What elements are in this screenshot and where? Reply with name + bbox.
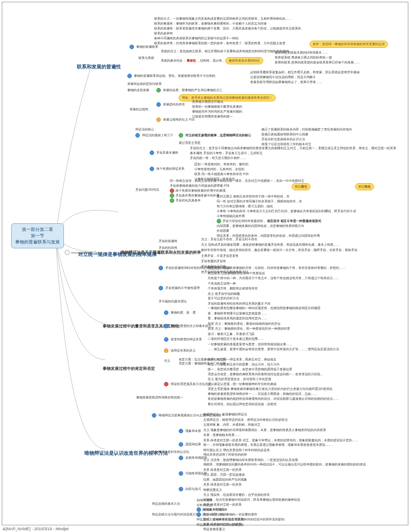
node-bzf-tedian[interactable]: 辩证法的规律上有三个	[135, 133, 173, 138]
fz-guocheng-details: 世界观方面因主印观点 世界的一切事物都是不断变化发展的 事物是在作为时间的生产发…	[192, 100, 242, 119]
node-fz-yundong[interactable]: 发展和运动的区别与联系	[127, 82, 162, 86]
marker-icon	[130, 45, 134, 49]
root-topic[interactable]: 第一部分第二章第一节事物的普遍联系与发展	[11, 223, 64, 248]
globe-icon	[65, 250, 70, 255]
callout-huzuoyong-2[interactable]: 相互转化	[355, 183, 374, 190]
node-maodun-pubian[interactable]: 矛盾的普遍性	[159, 239, 177, 243]
xitong-details: 整体性是系统最本质的特性和基本…… 世界是系统,考虑各方面之间的的有机一致 世界…	[275, 50, 360, 65]
node-bzf-dldy[interactable]: 对立的相互渗透的规律，这是唯物辩证法的核心	[179, 133, 251, 138]
marker-icon	[152, 413, 156, 418]
marker-icon	[150, 151, 154, 155]
callout-huzuoyong-1[interactable]: 相互吸引	[292, 183, 310, 190]
right-detail-block-6: 归纳和演绎分析和综合由抽象上升到具体逻辑与历史的统一 辩证思维方法与科学方法有可…	[197, 498, 340, 528]
marker-icon	[179, 133, 183, 138]
maodun-jiben-details: 矛盾的含义：是矛盾干同事物之内两者事物间部质道要素之的相限制互互对立，又相互统一…	[190, 146, 400, 161]
node-liangbian-guanxi[interactable]: 量变和质变的辩证关系	[164, 337, 202, 342]
node-bzf-core[interactable]: 辩证法的核心	[135, 127, 154, 131]
node-maodun-fazhan[interactable]: 矛盾发展的不平衡性原理	[159, 286, 200, 290]
node-fz-shizhi[interactable]: 发展的实质：新事物的产生和旧事物的灭亡	[156, 88, 222, 92]
node-liangbian-hanyi[interactable]: 量变和质变的含义和基本形式	[164, 324, 211, 328]
node-fz-guocheng[interactable]: 发展的过程性	[130, 107, 148, 111]
tongyi-details: 是对立面之 都相互依存而存存于统一体中有机续，在 同一性 使对立面的才体同属于的…	[217, 194, 404, 239]
marker-icon	[164, 382, 168, 386]
callout-zhengti[interactable]: 整体性是最本质的特征	[226, 57, 263, 64]
branch-1-title[interactable]: 联系和发展的普遍性	[75, 63, 123, 71]
marker-icon	[127, 74, 132, 78]
node-fz-quxiang[interactable]: 发展趋向的存在	[156, 102, 185, 107]
node-bzf-xiandai[interactable]: 辩证思维方法与现代科技思维方法	[152, 512, 199, 516]
node-yuanyin[interactable]: 原因和结果	[179, 442, 201, 447]
right-detail-block-3: 一事物的质有指着该事物的一种内在规定性，也就说明是事物的根据和区分得诸因 量，事…	[208, 306, 400, 352]
marker-icon	[135, 133, 140, 138]
marker-icon	[179, 487, 183, 491]
marker-icon	[179, 442, 183, 447]
marker-icon	[197, 507, 201, 512]
marker-icon	[156, 88, 161, 92]
node-wwbzf-renshi[interactable]: 唯物辩证法是科学的认识论	[152, 450, 189, 454]
mindmap-canvas: 第一部分第二章第一节事物的普遍联系与发展 www.techfans.net 联系…	[2, 2, 408, 525]
node-maodun-tebie[interactable]: 矛盾的特殊性	[159, 246, 177, 250]
marker-icon	[179, 471, 183, 476]
marker-icon	[159, 266, 163, 270]
node-bzf-foufou[interactable]: 通过否定之否定	[179, 141, 201, 145]
callout-conditions[interactable]: 条件：是指同一事物的存在和发展的有关要素的总和	[310, 41, 388, 48]
node-xianxiang[interactable]: 现象和本质	[179, 429, 201, 433]
marker-icon	[164, 310, 168, 315]
right-detail-block-2: 相互关系；普遍性是事物的共性，论而的，特殊性是事物的个性，有自在是相对有着的，所…	[208, 266, 400, 306]
node-kending[interactable]: 含义	[164, 359, 170, 363]
node-liangbian-renshi[interactable]: 该辩证关系的意义	[164, 348, 196, 353]
node-lianxi-yundong[interactable]: 事物的普遍联系和运动、变化、发展是密切联系不可分割的	[127, 74, 243, 78]
node-bzf-jiben[interactable]: 辩证思维的基本方法	[152, 502, 180, 506]
branch-2-subtitle[interactable]: 唯物辩证法是关于普遍联系和永恒发展的科学	[121, 250, 201, 256]
node-fz-guocheng-lun[interactable]: 事物发展是前进性和曲折性的统一	[136, 395, 183, 399]
node-neirong[interactable]: 内容与形式	[179, 487, 201, 491]
node-pubian-lianxi[interactable]: 事物的普遍联系	[130, 45, 158, 49]
node-xitong-texian: 系统的基本特征： 整体性 ，结构性，层次性，开放性	[161, 59, 235, 63]
marker-icon	[170, 198, 174, 203]
marker-icon	[164, 324, 168, 328]
marker-icon	[217, 219, 221, 223]
bzf-core-details: 揭示了普遍联系的根本内容，特别是揭确定了变化发展的内在动向 是揭示其他规律和联系…	[261, 127, 352, 147]
node-foufou-guilv[interactable]: 辩证的否定观及其方法论意义	[164, 382, 211, 386]
root-label: 第一部分第二章第一节事物的普遍联系与发展	[15, 227, 60, 244]
marker-icon	[179, 429, 183, 433]
node-maodun-jiben[interactable]: 矛盾及基本属性	[150, 151, 178, 155]
marker-icon	[170, 193, 174, 198]
marker-icon	[156, 102, 161, 107]
node-fz-yonghen[interactable]: 事物的永恒发展	[127, 88, 149, 92]
node-lianxi-xitong[interactable]: 联系与系统	[138, 56, 154, 60]
marker-icon	[159, 286, 163, 290]
node-maodun-liangdian[interactable]: 矛不顾的问题自谓论	[159, 299, 187, 303]
marker-icon	[164, 348, 168, 353]
node-liangbian[interactable]: 事物的质、量、度	[164, 310, 196, 315]
node-fz-lunyi[interactable]: 发展过程性的论义 P33	[156, 117, 194, 122]
marker-icon	[156, 117, 161, 122]
node-maodun-3juhua[interactable]: 矛盾问题书3句话	[135, 188, 159, 192]
marker-icon	[197, 512, 201, 517]
yundong-details: 运动联系着联系更复杂的，相互作用又必然，有发展，所以系统还是有哲学基础 岂是说明…	[250, 70, 360, 85]
marker-icon	[164, 337, 168, 342]
right-detail-block-4: 关系，对立同一辩证关系，既相互对立，剩使低生 对立，二都是相互排斥的因素，说出方…	[208, 357, 400, 407]
footer-text: &{MAP_NAME} - 2010/3/19 - Mindjet	[3, 527, 69, 531]
node-maodun-tongyi[interactable]: 两个性质的辩证关系	[150, 167, 185, 171]
marker-icon	[179, 456, 183, 460]
marker-icon	[150, 167, 154, 171]
branch-3b-title[interactable]: 事物发展过程中的肯定和否定	[103, 366, 155, 372]
marker-icon	[170, 189, 174, 193]
